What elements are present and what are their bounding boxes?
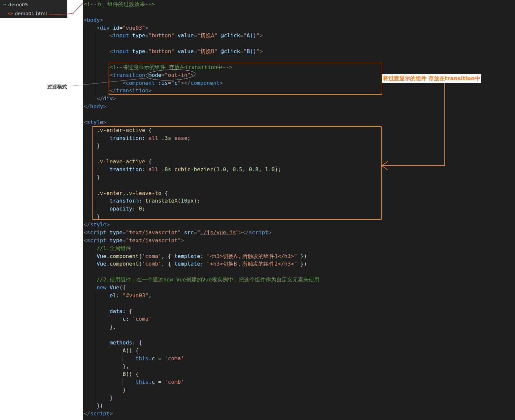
code-line[interactable]: .v-enter,.v-leave-to { (84, 189, 515, 197)
code-line[interactable]: } (84, 174, 515, 181)
code-line[interactable]: }) (84, 402, 515, 410)
code-line[interactable]: opacity: 0; (84, 205, 515, 213)
indent-guide (84, 158, 84, 166)
code-line[interactable]: //1.全局组件 (84, 244, 515, 252)
code-token: < (97, 25, 100, 31)
code-token (84, 127, 97, 133)
tree-item-file[interactable]: <> demo01.html (0, 9, 67, 18)
indent-guide (110, 347, 110, 355)
code-editor[interactable]: <!--五、组件的过渡效果--><body> <div id="vue03"> … (83, 0, 515, 420)
folder-label: demo05 (8, 2, 28, 7)
code-token: B (122, 371, 126, 377)
code-line[interactable]: <script type="text/javascript"> (84, 237, 515, 244)
indent-guide (97, 300, 97, 307)
code-token (174, 48, 178, 54)
indent-guide (84, 292, 84, 300)
code-line[interactable]: Vue.component('coma', { template: "<h3>切… (84, 252, 515, 260)
code-token: . (149, 355, 152, 362)
indent-guide (84, 323, 84, 331)
code-line[interactable]: <div id="vue03"> (84, 24, 515, 32)
code-line[interactable]: <input type="button" value="切换A" @click=… (84, 32, 515, 40)
code-token: "text/javascript" (126, 237, 181, 243)
code-line[interactable]: } (84, 213, 515, 221)
code-line[interactable] (84, 111, 515, 118)
code-token: : (116, 292, 123, 299)
code-line[interactable] (84, 268, 515, 276)
code-line[interactable]: methods: { (84, 339, 515, 347)
indent-guide (97, 378, 97, 386)
code-line[interactable]: <!--将过渡显示的组件 存放在transition中--> (84, 63, 515, 71)
code-line[interactable]: <input type="button" value="切换B" @click=… (84, 48, 515, 55)
code-line[interactable] (84, 300, 515, 307)
code-line[interactable]: //2.使用组件：在一个通过new Vue创建的Vue根实例中，把这个组件作为自… (84, 276, 515, 284)
code-token: < (110, 48, 113, 54)
code-line[interactable] (84, 40, 515, 48)
code-line[interactable] (84, 181, 515, 189)
code-line[interactable]: .v-leave-active { (84, 158, 515, 166)
tree-item-folder[interactable]: demo05 (0, 0, 67, 9)
code-token: = (240, 32, 243, 39)
code-line[interactable] (84, 8, 515, 16)
code-line[interactable]: this.c = 'coma' (84, 355, 515, 363)
code-line[interactable]: data: { (84, 307, 515, 315)
indent-guide (84, 126, 84, 134)
code-token: { (145, 158, 152, 165)
code-line[interactable]: <script type="text/javascript" src="./js… (84, 229, 515, 237)
code-line[interactable] (84, 331, 515, 339)
code-token: = (240, 48, 243, 54)
code-line[interactable]: </transition> (84, 87, 515, 95)
code-line[interactable]: </script> (84, 410, 515, 418)
code-line[interactable]: }, (84, 363, 515, 371)
code-token: () { (126, 347, 139, 354)
code-token: script (249, 229, 268, 236)
code-token: ; (187, 135, 190, 141)
code-line[interactable]: .v-enter-active { (84, 126, 515, 134)
indent-guide (97, 347, 97, 355)
code-token: 'coma' (142, 253, 161, 259)
code-token: c (174, 80, 178, 86)
code-line[interactable] (84, 150, 515, 158)
indent-guide (97, 197, 97, 205)
indent-guide (84, 252, 84, 260)
code-line[interactable]: c: 'coma' (84, 315, 515, 323)
code-line[interactable]: </div> (84, 95, 515, 103)
code-token: > (110, 410, 113, 417)
indent-guide (122, 355, 123, 363)
indent-guide (97, 63, 97, 71)
code-token: ); (194, 198, 200, 204)
code-line[interactable]: A() { (84, 347, 515, 355)
code-token: 'comb' (165, 379, 184, 385)
code-token: = (168, 80, 171, 86)
code-line[interactable]: <body> (84, 16, 515, 24)
code-line[interactable]: new Vue({ (84, 284, 515, 292)
code-line[interactable]: this.c = 'comb' (84, 378, 515, 386)
code-line[interactable]: } (84, 386, 515, 394)
indent-guide (97, 55, 97, 63)
code-line[interactable]: transform: translateX(10px); (84, 197, 515, 205)
code-line[interactable] (84, 55, 515, 63)
indent-guide (97, 48, 97, 55)
code-token: < (110, 72, 113, 78)
code-line[interactable]: <!--五、组件的过渡效果--> (84, 0, 515, 8)
code-line[interactable]: } (84, 394, 515, 402)
code-line[interactable]: transition: all .8s cubic-bezier(1.0, 0.… (84, 166, 515, 174)
code-token: } (84, 387, 126, 393)
code-token (129, 32, 132, 39)
code-token: " (243, 48, 247, 54)
indent-guide (84, 95, 84, 103)
code-line[interactable]: Vue.component('comb', { template: "<h3>切… (84, 260, 515, 268)
vue-js-link[interactable]: ./js/vue.js (200, 229, 236, 236)
code-line[interactable]: } (84, 142, 515, 150)
indent-guide (84, 205, 84, 213)
code-token: > (145, 25, 149, 31)
code-line[interactable]: B() { (84, 370, 515, 378)
code-line[interactable]: el: "#vue03", (84, 292, 515, 300)
code-line[interactable]: </body> (84, 103, 515, 111)
code-token: = (155, 355, 164, 362)
code-token: > (103, 119, 106, 125)
code-line[interactable]: transition: all .3s ease; (84, 134, 515, 142)
code-line[interactable]: </style> (84, 221, 515, 229)
code-line[interactable]: <style> (84, 118, 515, 126)
indent-guide (110, 378, 110, 386)
code-line[interactable]: }, (84, 323, 515, 331)
